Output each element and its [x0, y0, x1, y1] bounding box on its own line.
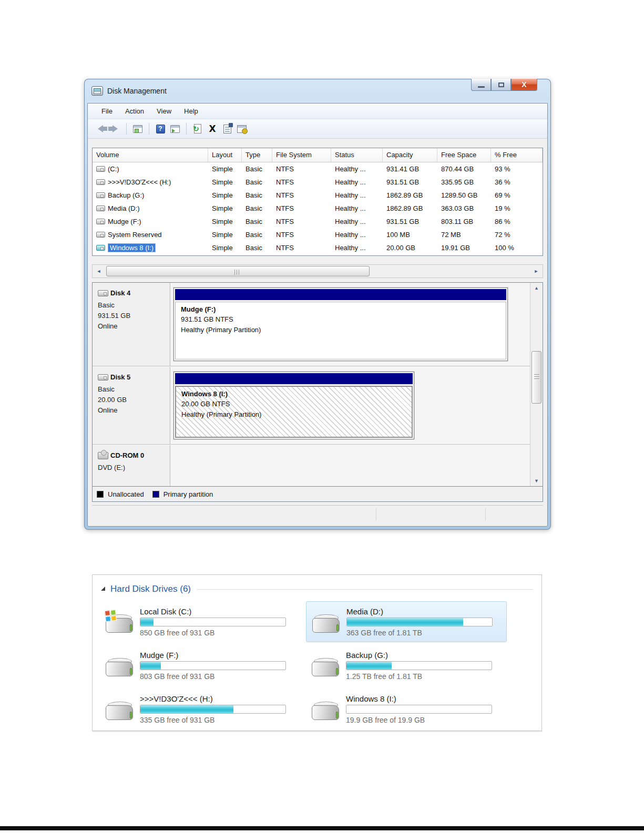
- unallocated-swatch: [97, 491, 104, 498]
- partition-windows8-selected[interactable]: Windows 8 (I:) 20.00 GB NTFS Healthy (Pr…: [173, 372, 414, 439]
- vertical-scrollbar[interactable]: ▲ ▼: [530, 283, 543, 486]
- menu-file[interactable]: File: [95, 105, 119, 117]
- close-button[interactable]: X: [511, 79, 537, 91]
- disk-info-panel[interactable]: Disk 4 Basic 931.51 GB Online: [93, 283, 170, 366]
- drive-tile-i[interactable]: Windows 8 (I:) 19.9 GB free of 19.9 GB: [306, 688, 507, 729]
- cell-free: 803.11 GB: [437, 218, 491, 225]
- column-header-layout[interactable]: Layout: [208, 148, 242, 162]
- scroll-down-icon[interactable]: ▼: [530, 476, 543, 486]
- drive-tile-c[interactable]: Local Disk (C:) 850 GB free of 931 GB: [100, 601, 301, 642]
- page: Disk Management X File Action View Help: [0, 0, 644, 833]
- back-icon[interactable]: [94, 122, 107, 135]
- cell-pct: 72 %: [491, 231, 543, 239]
- collapse-arrow-icon[interactable]: [101, 587, 105, 591]
- menu-bar: File Action View Help: [88, 104, 547, 119]
- drive-free-text: 19.9 GB free of 19.9 GB: [346, 716, 492, 724]
- hard-drive-icon: [104, 608, 137, 635]
- cell-capacity: 931.51 GB: [383, 218, 437, 225]
- table-row[interactable]: Media (D:) Simple Basic NTFS Healthy ...…: [93, 202, 543, 215]
- show-console-tree-icon[interactable]: [131, 122, 144, 135]
- menu-help[interactable]: Help: [178, 105, 205, 117]
- minimize-button[interactable]: [471, 79, 491, 91]
- show-action-pane-icon[interactable]: [169, 122, 181, 135]
- horizontal-scroll-thumb[interactable]: [106, 266, 370, 276]
- cdrom-info-panel[interactable]: CD-ROM 0 DVD (E:): [93, 445, 170, 487]
- group-header[interactable]: Hard Disk Drives (6): [101, 583, 533, 595]
- delete-volume-icon[interactable]: X: [206, 122, 219, 135]
- column-header-volume[interactable]: Volume: [93, 148, 208, 162]
- disk-state: Online: [98, 321, 166, 332]
- hard-drive-icon: [104, 652, 137, 679]
- disk-info-panel[interactable]: Disk 5 Basic 20.00 GB Online: [93, 367, 170, 444]
- table-row[interactable]: (C:) Simple Basic NTFS Healthy ... 931.4…: [93, 162, 543, 176]
- hard-disk-drives-panel: Hard Disk Drives (6) Local Disk (C:) 850…: [92, 574, 542, 731]
- table-row[interactable]: Mudge (F:) Simple Basic NTFS Healthy ...…: [93, 215, 543, 228]
- cell-type: Basic: [242, 244, 272, 252]
- cell-fs: NTFS: [272, 244, 331, 252]
- drive-free-text: 1.25 TB free of 1.81 TB: [346, 672, 492, 681]
- drive-tile-h[interactable]: >>>V!D3O'Z<<< (H:) 335 GB free of 931 GB: [100, 688, 301, 729]
- drive-free-text: 850 GB free of 931 GB: [140, 629, 286, 637]
- drive-tile-d-selected[interactable]: Media (D:) 363 GB free of 1.81 TB: [306, 601, 507, 642]
- volume-icon: [96, 232, 105, 238]
- cell-type: Basic: [242, 204, 272, 212]
- disk-state: Online: [98, 405, 166, 416]
- horizontal-scroll-track[interactable]: [105, 265, 530, 277]
- column-header-type[interactable]: Type: [242, 148, 272, 162]
- partition-mudge[interactable]: Mudge (F:) 931.51 GB NTFS Healthy (Prima…: [173, 287, 508, 361]
- cell-pct: 100 %: [491, 244, 543, 252]
- cell-status: Healthy ...: [331, 218, 383, 225]
- capacity-bar: [346, 618, 493, 626]
- scroll-up-icon[interactable]: ▲: [530, 283, 543, 293]
- disk-icon: [98, 374, 108, 380]
- table-row-selected[interactable]: Windows 8 (I:) Simple Basic NTFS Healthy…: [93, 241, 543, 254]
- disk-row: Disk 4 Basic 931.51 GB Online Mudge (F:): [93, 283, 530, 366]
- menu-view[interactable]: View: [150, 105, 178, 117]
- volume-name: Backup (G:): [108, 191, 144, 199]
- volume-list: Volume Layout Type File System Status Ca…: [92, 148, 543, 256]
- status-divider: [376, 508, 376, 521]
- legend-bar: Unallocated Primary partition: [92, 487, 543, 502]
- capacity-bar: [346, 705, 492, 714]
- table-row[interactable]: Backup (G:) Simple Basic NTFS Healthy ..…: [93, 189, 543, 202]
- refresh-icon[interactable]: ↻: [191, 122, 204, 135]
- forward-icon[interactable]: [109, 122, 121, 135]
- column-header-file-system[interactable]: File System: [272, 148, 331, 162]
- column-header-pct-free[interactable]: % Free: [491, 148, 543, 162]
- capacity-bar: [140, 705, 286, 714]
- volume-name: Windows 8 (I:): [108, 243, 156, 252]
- column-header-status[interactable]: Status: [331, 148, 383, 162]
- group-title: Hard Disk Drives (6): [110, 584, 191, 594]
- cell-layout: Simple: [208, 191, 242, 199]
- drive-tile-g[interactable]: Backup (G:) 1.25 TB free of 1.81 TB: [306, 645, 507, 686]
- help-icon[interactable]: ?: [154, 122, 167, 135]
- drive-free-text: 803 GB free of 931 GB: [140, 672, 286, 681]
- vertical-scroll-thumb[interactable]: [531, 351, 541, 404]
- disk-row: CD-ROM 0 DVD (E:): [93, 445, 530, 487]
- table-row[interactable]: >>>V!D3O'Z<<< (H:) Simple Basic NTFS Hea…: [93, 176, 543, 189]
- disk-graph-area: [170, 445, 530, 487]
- cell-pct: 69 %: [491, 191, 543, 199]
- capacity-bar: [346, 661, 492, 670]
- scroll-right-icon[interactable]: ►: [530, 265, 543, 277]
- maximize-button[interactable]: [491, 79, 511, 91]
- title-bar[interactable]: Disk Management X: [84, 79, 551, 103]
- table-row[interactable]: System Reserved Simple Basic NTFS Health…: [93, 228, 543, 241]
- scroll-left-icon[interactable]: ◄: [93, 265, 105, 277]
- cell-status: Healthy ...: [331, 204, 383, 212]
- hard-drive-icon: [310, 652, 343, 679]
- disk-management-app-icon: [91, 86, 103, 96]
- cell-free: 1289.50 GB: [437, 191, 491, 199]
- column-header-capacity[interactable]: Capacity: [383, 148, 437, 162]
- horizontal-scrollbar[interactable]: ◄ ►: [92, 264, 543, 278]
- cell-type: Basic: [242, 231, 272, 239]
- properties-icon[interactable]: [221, 122, 233, 135]
- cell-capacity: 20.00 GB: [383, 244, 437, 252]
- settings-icon[interactable]: [236, 122, 248, 135]
- volume-name: System Reserved: [108, 231, 162, 239]
- menu-action[interactable]: Action: [119, 105, 150, 117]
- drive-tile-f[interactable]: Mudge (F:) 803 GB free of 931 GB: [100, 645, 301, 686]
- column-header-free-space[interactable]: Free Space: [437, 148, 491, 162]
- legend-label-unallocated: Unallocated: [108, 490, 144, 498]
- window-controls: X: [471, 79, 537, 91]
